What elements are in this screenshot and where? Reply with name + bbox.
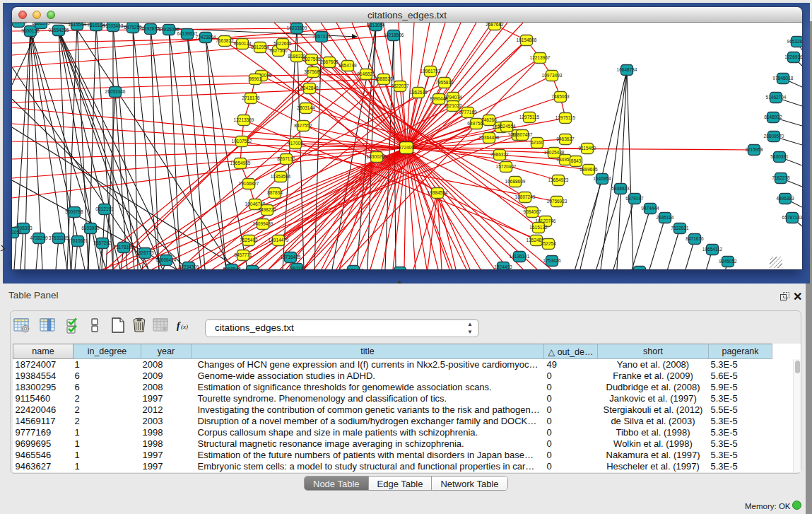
svg-text:12213369: 12213369	[234, 117, 254, 122]
svg-text:13654923: 13654923	[548, 177, 569, 182]
svg-text:9115460: 9115460	[579, 146, 596, 151]
svg-text:14136141: 14136141	[510, 254, 530, 259]
svg-text:3822037: 3822037	[391, 83, 409, 88]
svg-text:9794074: 9794074	[444, 95, 462, 100]
svg-text:14099489: 14099489	[253, 221, 273, 226]
svg-text:746266: 746266	[481, 117, 497, 122]
svg-text:0812191: 0812191	[95, 206, 114, 211]
svg-text:6193990: 6193990	[81, 226, 100, 230]
svg-text:2667608: 2667608	[320, 59, 339, 64]
svg-text:3875685: 3875685	[304, 69, 322, 74]
svg-text:51462704: 51462704	[766, 95, 787, 100]
svg-text:12213967: 12213967	[530, 55, 551, 60]
svg-text:417006: 417006	[288, 141, 303, 146]
svg-text:2935114: 2935114	[657, 215, 674, 220]
svg-text:6998543: 6998543	[223, 267, 241, 269]
svg-text:34874016: 34874016	[630, 269, 650, 269]
svg-text:7357224: 7357224	[312, 34, 331, 39]
svg-text:34624751: 34624751	[242, 268, 263, 269]
svg-text:252254: 252254	[541, 241, 556, 246]
svg-text:1615594: 1615594	[68, 23, 86, 27]
svg-text:64835030: 64835030	[159, 27, 180, 32]
svg-text:9146821: 9146821	[357, 71, 375, 76]
svg-text:9777169: 9777169	[459, 110, 477, 115]
svg-text:7986322: 7986322	[490, 152, 509, 157]
svg-text:20364436: 20364436	[479, 135, 500, 140]
svg-text:4192832: 4192832	[141, 26, 160, 31]
svg-text:8386379: 8386379	[32, 23, 50, 25]
svg-text:7632621: 7632621	[671, 226, 689, 230]
svg-text:10961753: 10961753	[420, 69, 441, 74]
svg-text:16648784: 16648784	[617, 67, 637, 72]
svg-text:18807249: 18807249	[515, 194, 536, 199]
svg-text:98961: 98961	[249, 76, 261, 81]
svg-text:5322605: 5322605	[273, 41, 292, 46]
svg-text:4896383: 4896383	[776, 196, 794, 201]
svg-text:72423884: 72423884	[196, 35, 216, 40]
svg-text:37631165: 37631165	[49, 235, 69, 240]
svg-text:6879197: 6879197	[625, 196, 644, 201]
svg-text:6475255: 6475255	[124, 25, 142, 30]
svg-text:67010651: 67010651	[68, 238, 88, 243]
svg-text:5430391: 5430391	[770, 154, 789, 159]
svg-text:7485063: 7485063	[551, 94, 570, 99]
svg-text:9242848: 9242848	[300, 86, 319, 90]
svg-text:8813054: 8813054	[367, 23, 385, 28]
svg-text:8471676: 8471676	[686, 236, 704, 241]
svg-text:10756923: 10756923	[547, 199, 567, 204]
svg-text:2718176: 2718176	[242, 95, 260, 100]
svg-text:19654985: 19654985	[230, 160, 251, 165]
svg-text:1326773: 1326773	[136, 250, 154, 255]
svg-text:1621022: 1621022	[444, 103, 462, 108]
svg-text:9245052: 9245052	[719, 259, 737, 264]
svg-text:1588520: 1588520	[375, 76, 393, 81]
svg-text:10654112: 10654112	[702, 247, 723, 252]
svg-text:9474444: 9474444	[641, 206, 659, 211]
svg-text:97848018: 97848018	[773, 76, 794, 81]
svg-text:(x): (x)	[181, 323, 188, 330]
svg-text:7625402: 7625402	[240, 238, 258, 243]
svg-text:4738299: 4738299	[30, 235, 48, 240]
svg-text:25135427: 25135427	[343, 268, 364, 269]
svg-text:1362615: 1362615	[409, 90, 428, 95]
svg-text:65787133: 65787133	[782, 215, 802, 220]
svg-text:10973493: 10973493	[542, 73, 563, 78]
svg-text:73178108: 73178108	[114, 245, 134, 250]
svg-text:0433218: 0433218	[12, 23, 28, 24]
svg-text:8843: 8843	[571, 158, 582, 163]
svg-text:9600133: 9600133	[21, 28, 40, 33]
svg-text:62160: 62160	[531, 140, 543, 145]
svg-text:1226916: 1226916	[784, 54, 802, 59]
svg-text:9084067: 9084067	[523, 209, 541, 214]
svg-text:14914479: 14914479	[269, 238, 289, 243]
svg-text:3387262: 3387262	[93, 240, 112, 245]
svg-text:9660124: 9660124	[233, 41, 252, 46]
svg-text:19166827: 19166827	[239, 181, 259, 186]
svg-text:3215958: 3215958	[745, 147, 763, 152]
svg-text:7182278: 7182278	[772, 175, 790, 180]
svg-text:02606474: 02606474	[156, 257, 177, 262]
svg-text:13716485: 13716485	[281, 255, 301, 259]
svg-text:8148932: 8148932	[764, 115, 782, 119]
svg-text:7663822: 7663822	[216, 38, 234, 43]
svg-text:3498222: 3498222	[258, 207, 276, 212]
svg-text:12975115: 12975115	[519, 115, 540, 119]
svg-text:1615132: 1615132	[529, 225, 548, 230]
svg-text:6899695: 6899695	[579, 167, 598, 172]
svg-text:19218506: 19218506	[384, 33, 404, 37]
svg-text:2803144: 2803144	[297, 105, 315, 110]
svg-text:5009788: 5009788	[65, 209, 83, 214]
svg-text:8427552: 8427552	[294, 123, 312, 128]
svg-text:8267130: 8267130	[277, 156, 295, 161]
svg-text:96532871: 96532871	[787, 39, 802, 44]
svg-text:9327505: 9327505	[302, 57, 321, 62]
svg-text:18300295: 18300295	[367, 154, 387, 159]
svg-text:9463627: 9463627	[556, 136, 575, 141]
svg-text:887834: 887834	[267, 190, 283, 195]
svg-text:1031051: 1031051	[12, 230, 22, 235]
svg-text:16154808: 16154808	[517, 37, 537, 42]
svg-text:2687682: 2687682	[486, 23, 504, 27]
svg-text:64139537: 64139537	[177, 31, 198, 36]
svg-text:5938923: 5938923	[611, 186, 630, 191]
svg-text:18724007: 18724007	[396, 145, 417, 150]
